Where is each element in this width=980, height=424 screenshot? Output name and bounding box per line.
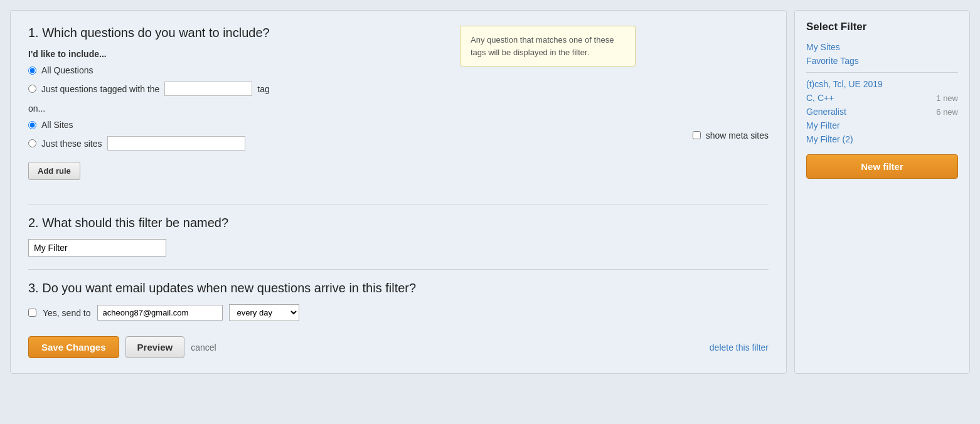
all-questions-row: All Questions xyxy=(28,65,769,75)
save-button[interactable]: Save Changes xyxy=(28,336,119,358)
email-input[interactable] xyxy=(97,305,223,321)
meta-sites-checkbox[interactable] xyxy=(693,131,701,139)
sidebar-filter-link-2[interactable]: Generalist xyxy=(806,107,846,117)
section1-title: 1. Which questions do you want to includ… xyxy=(28,26,769,40)
include-label: I'd like to include... xyxy=(28,49,769,59)
email-checkbox[interactable] xyxy=(28,309,36,317)
just-sites-row: Just these sites xyxy=(28,136,245,151)
sidebar-badge-2: 6 new xyxy=(936,107,958,117)
sidebar-filter-item-1: C, C++ 1 new xyxy=(806,93,958,103)
sidebar-filter-item-2: Generalist 6 new xyxy=(806,107,958,117)
tag-suffix: tag xyxy=(257,84,269,94)
tagged-questions-radio[interactable] xyxy=(28,85,36,93)
section2: 2. What should this filter be named? xyxy=(28,216,769,257)
question-radio-group: All Questions Just questions tagged with… xyxy=(28,65,769,96)
on-label: on... xyxy=(28,103,769,114)
sites-left: All Sites Just these sites xyxy=(28,120,245,151)
section1-divider xyxy=(28,204,769,204)
filter-name-input[interactable] xyxy=(28,239,166,257)
email-row: Yes, send to every day every week every … xyxy=(28,304,769,321)
meta-sites-row: show meta sites xyxy=(693,130,769,140)
sidebar: Select Filter My Sites Favorite Tags (t)… xyxy=(794,10,970,374)
meta-sites-label[interactable]: show meta sites xyxy=(706,130,769,140)
section1: 1. Which questions do you want to includ… xyxy=(28,26,769,193)
tag-input[interactable] xyxy=(164,82,252,96)
delete-filter-link[interactable]: delete this filter xyxy=(710,342,769,352)
sidebar-filter-link-3[interactable]: My Filter xyxy=(806,120,840,130)
tooltip-box: Any question that matches one of these t… xyxy=(460,26,636,66)
just-sites-radio[interactable] xyxy=(28,139,36,147)
tooltip-text: Any question that matches one of these t… xyxy=(471,35,614,57)
all-questions-radio[interactable] xyxy=(28,66,36,75)
section2-divider xyxy=(28,269,769,270)
sidebar-my-sites-link[interactable]: My Sites xyxy=(806,42,958,52)
main-panel: Any question that matches one of these t… xyxy=(10,10,787,374)
just-sites-label[interactable]: Just these sites xyxy=(41,139,102,149)
section2-title: 2. What should this filter be named? xyxy=(28,216,769,230)
sidebar-badge-1: 1 new xyxy=(936,93,958,103)
sidebar-filter-link-4[interactable]: My Filter (2) xyxy=(806,134,853,144)
all-questions-label[interactable]: All Questions xyxy=(41,65,93,75)
sidebar-title: Select Filter xyxy=(806,21,958,33)
sidebar-filter-link-0[interactable]: (t)csh, Tcl, UE 2019 xyxy=(806,79,883,89)
sidebar-filter-item-4: My Filter (2) xyxy=(806,134,958,144)
sidebar-filter-item-0: (t)csh, Tcl, UE 2019 xyxy=(806,79,958,89)
all-sites-label[interactable]: All Sites xyxy=(41,120,73,130)
cancel-link[interactable]: cancel xyxy=(191,342,216,352)
preview-button[interactable]: Preview xyxy=(125,336,185,358)
sidebar-filter-item-3: My Filter xyxy=(806,120,958,130)
sidebar-filter-link-1[interactable]: C, C++ xyxy=(806,93,834,103)
sites-input[interactable] xyxy=(107,136,245,151)
all-sites-radio[interactable] xyxy=(28,121,36,129)
tagged-questions-label[interactable]: Just questions tagged with the xyxy=(41,84,159,94)
section3-title: 3. Do you want email updates when new qu… xyxy=(28,281,769,295)
tagged-questions-row: Just questions tagged with the tag xyxy=(28,82,769,96)
actions-row: Save Changes Preview cancel delete this … xyxy=(28,336,769,358)
sidebar-favorite-tags-link[interactable]: Favorite Tags xyxy=(806,56,958,66)
section3: 3. Do you want email updates when new qu… xyxy=(28,281,769,321)
sites-row: All Sites Just these sites show meta sit… xyxy=(28,120,769,151)
new-filter-button[interactable]: New filter xyxy=(806,154,958,179)
sidebar-divider-1 xyxy=(806,72,958,73)
all-sites-row: All Sites xyxy=(28,120,245,130)
frequency-select[interactable]: every day every week every 3 days xyxy=(229,304,299,321)
sidebar-my-sites-label: My Sites xyxy=(806,42,840,52)
page-wrapper: Any question that matches one of these t… xyxy=(10,10,970,374)
yes-send-label[interactable]: Yes, send to xyxy=(43,308,91,318)
add-rule-button[interactable]: Add rule xyxy=(28,162,80,180)
sidebar-favorite-tags-label: Favorite Tags xyxy=(806,56,859,66)
